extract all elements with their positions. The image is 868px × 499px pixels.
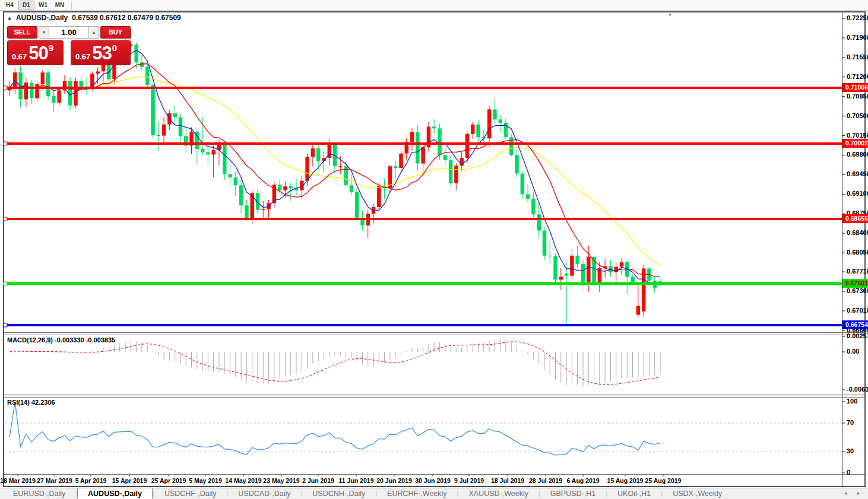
- symbol-tab-usdcad[interactable]: USDCAD-,Daily: [228, 488, 300, 499]
- volume-input[interactable]: 1.00: [49, 26, 88, 39]
- one-click-trading-panel: SELL ▼ 1.00 ▲ BUY 0.67 50 9 0.67 53 0: [7, 26, 131, 65]
- symbol-tab-xauusd[interactable]: XAUUSD-,Weekly: [458, 488, 538, 499]
- timeframe-button-d1[interactable]: D1: [18, 1, 34, 9]
- sell-button[interactable]: SELL: [7, 26, 37, 39]
- timeframe-button-mn[interactable]: MN: [52, 1, 68, 9]
- volume-decrease-button[interactable]: ▼: [39, 26, 49, 39]
- sell-price-button[interactable]: 0.67 50 9: [7, 40, 64, 65]
- volume-increase-button[interactable]: ▲: [88, 26, 99, 39]
- timeframe-toolbar: H4D1W1MN: [0, 0, 868, 11]
- symbol-tab-usdcnh[interactable]: USDCNH-,Daily: [302, 488, 375, 499]
- buy-button[interactable]: BUY: [100, 26, 131, 39]
- timeframe-button-h4[interactable]: H4: [2, 1, 18, 9]
- chart-canvas[interactable]: [0, 0, 868, 499]
- symbol-tab-usdx[interactable]: USDX-,Weekly: [663, 488, 732, 499]
- tab-scroll-arrows: ◄ ►: [843, 491, 861, 496]
- macd-indicator-label: MACD(12,26,9) -0.003330 -0.003835: [7, 336, 115, 344]
- chart-ohlc-quotes: 0.67539 0.67612 0.67479 0.67509: [72, 14, 181, 22]
- timeframe-buttons: H4D1W1MN: [2, 1, 68, 9]
- symbol-tab-bar: EURUSD-,Daily|AUDUSD-,Daily|USDCHF-,Dail…: [0, 488, 868, 499]
- symbol-tab-eurchf[interactable]: EURCHF-,Weekly: [377, 488, 457, 499]
- tab-scroll-right-icon[interactable]: ►: [856, 491, 861, 496]
- symbol-tab-gbpusd[interactable]: GBPUSD-,H1: [540, 488, 606, 499]
- symbol-tab-audusd[interactable]: AUDUSD-,Daily: [77, 488, 153, 499]
- buy-price-button[interactable]: 0.67 53 0: [71, 40, 131, 65]
- rsi-indicator-label: RSI(14) 42.2306: [7, 399, 55, 406]
- buy-price-big: 53: [92, 44, 111, 62]
- chart-shift-marker-icon[interactable]: ▾: [669, 11, 671, 18]
- symbol-tab-eurusd[interactable]: EURUSD-,Daily: [3, 488, 75, 499]
- tab-scroll-left-icon[interactable]: ◄: [843, 491, 848, 496]
- sell-price-big: 50: [28, 44, 47, 62]
- collapse-panel-icon[interactable]: ▲: [7, 15, 12, 21]
- symbol-tab-usdchf[interactable]: USDCHF-,Daily: [154, 488, 227, 499]
- chart-symbol-label: AUDUSD-,Daily: [16, 14, 68, 22]
- toolbar-separator: [71, 1, 72, 9]
- buy-price-pip: 0: [112, 43, 117, 53]
- chart-title: ▲ AUDUSD-,Daily 0.67539 0.67612 0.67479 …: [7, 14, 181, 22]
- timeframe-button-w1[interactable]: W1: [35, 1, 51, 9]
- symbol-tab-ukoil[interactable]: UKOil-,H1: [607, 488, 661, 499]
- sell-price-prefix: 0.67: [12, 52, 27, 61]
- sell-price-pip: 9: [49, 43, 53, 53]
- buy-price-prefix: 0.67: [75, 52, 90, 61]
